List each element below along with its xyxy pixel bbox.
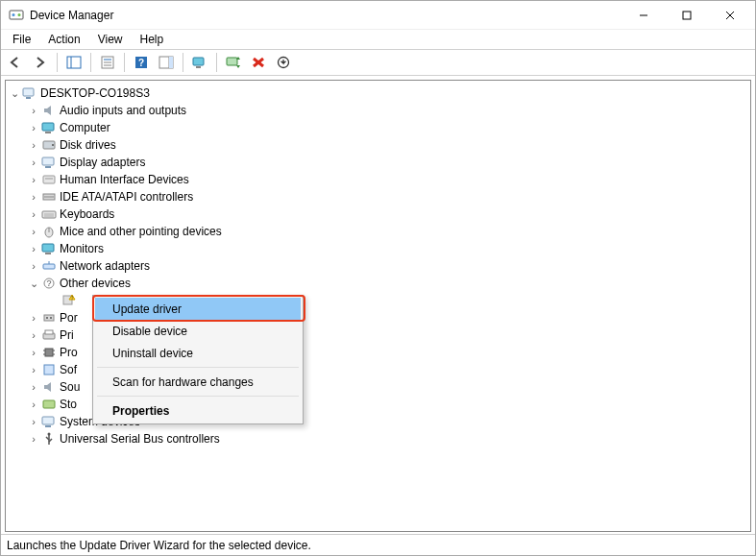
expand-toggle[interactable]: › bbox=[27, 399, 40, 410]
tree-root[interactable]: ⌄ DESKTOP-CO198S3 bbox=[6, 85, 750, 102]
ctx-disable-device[interactable]: Disable device bbox=[95, 320, 301, 342]
scan-hardware-button[interactable] bbox=[189, 52, 210, 73]
computer-icon bbox=[41, 120, 57, 135]
show-hide-tree-button[interactable] bbox=[63, 52, 85, 73]
svg-rect-7 bbox=[67, 57, 81, 68]
mouse-icon bbox=[41, 224, 57, 239]
maximize-button[interactable] bbox=[665, 2, 708, 29]
svg-rect-59 bbox=[44, 365, 54, 375]
tree-category[interactable]: › Disk drives bbox=[6, 136, 750, 154]
enable-device-button[interactable] bbox=[273, 52, 294, 73]
warning-device-icon: ! bbox=[61, 293, 76, 308]
disk-icon bbox=[41, 137, 57, 153]
minimize-button[interactable] bbox=[622, 2, 665, 29]
network-icon bbox=[41, 258, 57, 274]
expand-toggle[interactable]: › bbox=[27, 416, 40, 427]
expand-toggle[interactable]: › bbox=[27, 260, 40, 272]
toolbar: ? bbox=[1, 49, 755, 76]
svg-rect-41 bbox=[42, 244, 54, 252]
software-icon bbox=[41, 362, 57, 377]
titlebar: Device Manager bbox=[1, 1, 755, 30]
audio-icon bbox=[41, 103, 57, 118]
tree-category[interactable]: › Audio inputs and outputs bbox=[6, 102, 750, 119]
menu-action[interactable]: Action bbox=[40, 31, 87, 48]
forward-button[interactable] bbox=[30, 52, 51, 73]
expand-toggle[interactable]: › bbox=[27, 243, 40, 254]
statusbar-text: Launches the Update Driver Wizard for th… bbox=[7, 539, 311, 552]
context-menu: Update driver Disable device Uninstall d… bbox=[92, 295, 304, 424]
ide-icon bbox=[41, 189, 57, 205]
svg-rect-30 bbox=[42, 157, 54, 165]
storage-icon bbox=[41, 397, 57, 412]
ctx-scan-hardware[interactable]: Scan for hardware changes bbox=[95, 371, 301, 393]
usb-icon bbox=[41, 431, 57, 447]
expand-toggle[interactable]: › bbox=[27, 433, 40, 445]
tree-category[interactable]: › Network adapters bbox=[6, 257, 750, 275]
expand-toggle[interactable]: › bbox=[27, 174, 40, 185]
toolbar-separator bbox=[124, 53, 125, 72]
svg-rect-17 bbox=[169, 57, 173, 68]
tree-category[interactable]: › Display adapters bbox=[6, 154, 750, 171]
tree-category[interactable]: › Universal Serial Bus controllers bbox=[6, 430, 750, 447]
back-button[interactable] bbox=[5, 52, 26, 73]
display-icon bbox=[41, 155, 57, 170]
expand-toggle[interactable]: › bbox=[27, 347, 40, 358]
ctx-properties[interactable]: Properties bbox=[95, 399, 301, 422]
statusbar: Launches the Update Driver Wizard for th… bbox=[1, 534, 755, 555]
expand-toggle[interactable]: ⌄ bbox=[27, 278, 40, 290]
window-title: Device Manager bbox=[30, 9, 113, 22]
expand-toggle[interactable]: › bbox=[27, 226, 40, 237]
properties-button[interactable] bbox=[97, 52, 118, 73]
expand-toggle[interactable]: › bbox=[27, 208, 40, 220]
system-icon bbox=[41, 414, 57, 429]
update-driver-button[interactable] bbox=[223, 52, 244, 73]
expand-toggle[interactable]: › bbox=[27, 364, 40, 375]
tree-category[interactable]: › IDE ATA/ATAPI controllers bbox=[6, 188, 750, 205]
svg-point-29 bbox=[52, 144, 54, 146]
keyboard-icon bbox=[41, 206, 57, 222]
svg-text:?: ? bbox=[46, 278, 51, 288]
printqueue-icon bbox=[41, 327, 57, 343]
help-button[interactable]: ? bbox=[131, 52, 152, 73]
svg-point-51 bbox=[50, 317, 52, 319]
svg-rect-62 bbox=[45, 425, 51, 427]
close-button[interactable] bbox=[708, 2, 751, 29]
tree-category[interactable]: › Human Interface Devices bbox=[6, 171, 750, 188]
action-pane-button[interactable] bbox=[156, 52, 177, 73]
svg-rect-32 bbox=[43, 176, 55, 183]
tree-category[interactable]: › Computer bbox=[6, 119, 750, 136]
svg-rect-27 bbox=[45, 132, 51, 133]
ports-icon bbox=[41, 310, 57, 326]
toolbar-separator bbox=[216, 53, 217, 72]
svg-rect-20 bbox=[227, 58, 237, 65]
svg-rect-49 bbox=[44, 315, 54, 321]
expand-toggle[interactable]: › bbox=[27, 105, 40, 116]
expand-toggle[interactable]: › bbox=[27, 157, 40, 168]
tree-root-label: DESKTOP-CO198S3 bbox=[40, 86, 150, 100]
expand-toggle[interactable]: › bbox=[27, 312, 40, 324]
toolbar-separator bbox=[90, 53, 91, 72]
tree-category[interactable]: › Monitors bbox=[6, 240, 750, 257]
ctx-uninstall-device[interactable]: Uninstall device bbox=[95, 342, 301, 364]
menu-file[interactable]: File bbox=[5, 31, 38, 48]
tree-category[interactable]: › Keyboards bbox=[6, 205, 750, 223]
svg-point-64 bbox=[48, 433, 51, 436]
svg-rect-43 bbox=[43, 264, 55, 269]
uninstall-device-button[interactable] bbox=[248, 52, 269, 73]
tree-category-other-devices[interactable]: ⌄ ? Other devices bbox=[6, 275, 750, 292]
svg-rect-24 bbox=[23, 88, 34, 96]
svg-rect-25 bbox=[26, 97, 31, 99]
menu-help[interactable]: Help bbox=[133, 31, 172, 48]
menu-view[interactable]: View bbox=[90, 31, 131, 48]
expand-toggle[interactable]: › bbox=[27, 191, 40, 203]
expand-toggle[interactable]: ⌄ bbox=[8, 87, 21, 100]
expand-toggle[interactable]: › bbox=[27, 122, 40, 133]
expand-toggle[interactable]: › bbox=[27, 381, 40, 393]
ctx-update-driver[interactable]: Update driver bbox=[95, 298, 301, 320]
tree-category[interactable]: › Mice and other pointing devices bbox=[6, 223, 750, 240]
expand-toggle[interactable]: › bbox=[27, 329, 40, 341]
menubar: File Action View Help bbox=[1, 30, 755, 49]
expand-toggle[interactable]: › bbox=[27, 139, 40, 151]
ctx-separator bbox=[97, 367, 299, 368]
devmgmt-icon bbox=[9, 8, 24, 23]
